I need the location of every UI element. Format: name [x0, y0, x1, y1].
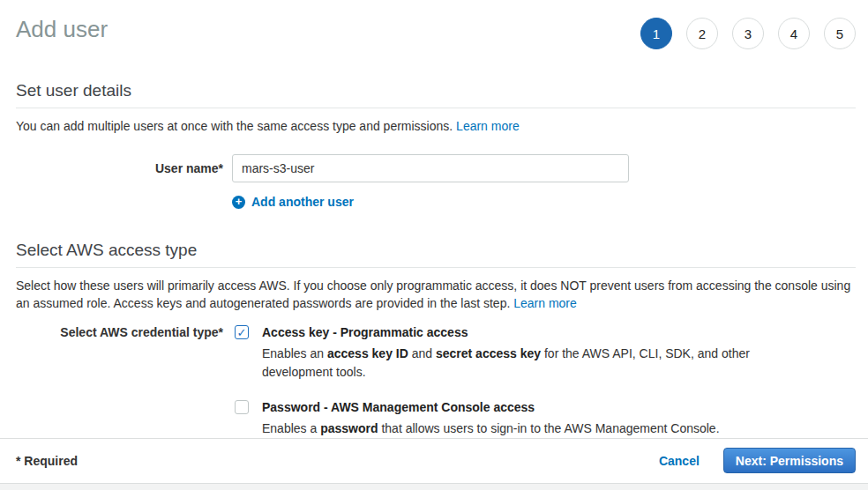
plus-circle-icon: +	[232, 196, 245, 209]
step-4-indicator: 4	[778, 18, 810, 49]
password-option-desc: Enables a password that allows users to …	[262, 419, 720, 438]
wizard-step-indicator: 1 2 3 4 5	[640, 18, 856, 49]
access-type-learn-more-link[interactable]: Learn more	[513, 296, 577, 310]
password-option-title: Password - AWS Management Console access	[262, 399, 720, 416]
access-type-intro: Select how these users will primarily ac…	[16, 277, 852, 312]
access-key-option: Access key - Programmatic access Enables…	[262, 324, 754, 382]
credential-type-label: Select AWS credential type*	[16, 324, 223, 339]
credential-type-row: Select AWS credential type* ✓ Access key…	[0, 324, 868, 382]
next-permissions-button[interactable]: Next: Permissions	[723, 448, 856, 473]
required-note: * Required	[16, 454, 78, 468]
step-1-indicator: 1	[640, 18, 672, 49]
step-5-indicator: 5	[824, 18, 856, 49]
username-row: User name*	[0, 154, 868, 182]
user-details-intro: You can add multiple users at once with …	[16, 117, 852, 135]
access-type-heading: Select AWS access type	[16, 241, 852, 260]
footer-actions: Cancel Next: Permissions	[659, 448, 856, 473]
user-details-learn-more-link[interactable]: Learn more	[456, 119, 520, 133]
bottom-strip	[0, 483, 868, 490]
add-another-user-button[interactable]: + Add another user	[232, 195, 868, 209]
page-title: Add user	[16, 14, 108, 44]
username-input[interactable]	[232, 154, 629, 182]
user-details-intro-text: You can add multiple users at once with …	[16, 119, 453, 133]
access-key-checkbox[interactable]: ✓	[235, 325, 249, 339]
access-type-intro-text: Select how these users will primarily ac…	[16, 278, 850, 310]
add-another-user-label: Add another user	[251, 195, 354, 209]
divider	[16, 108, 856, 108]
password-option: Password - AWS Management Console access…	[262, 399, 720, 438]
user-details-heading: Set user details	[16, 81, 852, 100]
cancel-button[interactable]: Cancel	[659, 454, 700, 468]
step-3-indicator: 3	[732, 18, 764, 49]
access-key-option-desc: Enables an access key ID and secret acce…	[262, 345, 754, 382]
checkmark-icon: ✓	[237, 327, 247, 338]
divider	[16, 267, 856, 268]
password-checkbox[interactable]	[235, 400, 249, 414]
access-key-option-title: Access key - Programmatic access	[262, 324, 754, 341]
password-option-row: Password - AWS Management Console access…	[235, 399, 868, 438]
wizard-footer: * Required Cancel Next: Permissions	[0, 438, 868, 483]
step-2-indicator: 2	[686, 18, 718, 49]
username-label: User name*	[16, 161, 223, 175]
wizard-header: Add user 1 2 3 4 5	[0, 0, 868, 49]
